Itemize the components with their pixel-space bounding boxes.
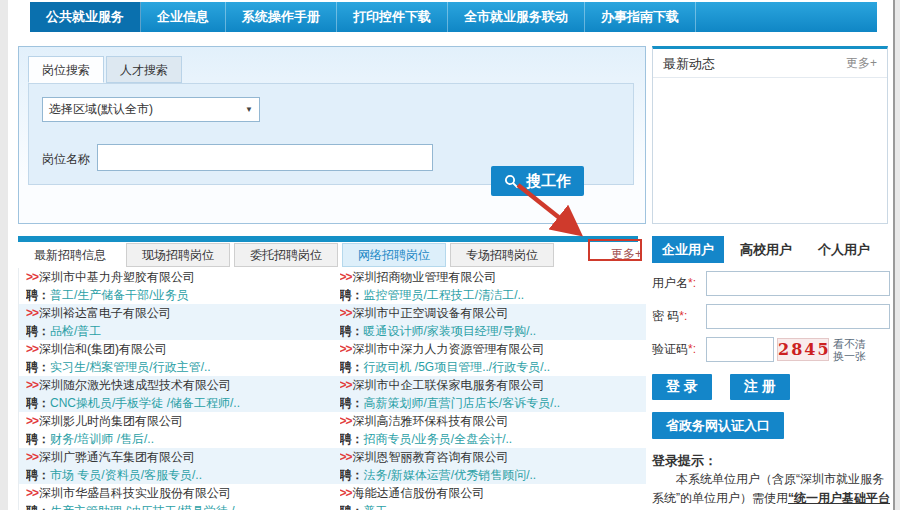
gov-network-auth-button[interactable]: 省政务网认证入口 [652, 412, 784, 439]
password-input[interactable] [706, 304, 890, 329]
arrow-prefix: >> [26, 486, 38, 500]
hire-label: 聘： [340, 324, 364, 338]
chevron-down-icon: ▼ [245, 98, 253, 121]
job-links[interactable]: 实习生/档案管理员/行政主管/.. [50, 360, 211, 374]
job-links[interactable]: 招商专员/业务员/全盘会计/.. [364, 432, 513, 446]
job-links[interactable]: 财务/培训师 /售后/.. [50, 432, 154, 446]
nav-public-employment[interactable]: 公共就业服务 [30, 2, 141, 32]
tab-personal-user[interactable]: 个人用户 [808, 236, 880, 263]
arrow-prefix: >> [26, 342, 38, 356]
tab-latest-recruit-info[interactable]: 最新招聘信息 [18, 243, 122, 267]
latest-news-panel: 最新动态 更多+ [652, 46, 888, 224]
tab-special-recruit[interactable]: 专场招聘岗位 [450, 243, 554, 267]
refresh-captcha-link[interactable]: 看不清换一张 [833, 338, 866, 362]
nav-guide-download[interactable]: 办事指南下载 [585, 2, 696, 32]
list-item: >>深圳随尔激光快速成型技术有限公司 聘：CNC操机员/手板学徒 /储备工程师/… [19, 376, 333, 412]
job-links[interactable]: 暖通设计师/家装项目经理/导购/.. [364, 324, 537, 338]
password-label: 密 码*: [652, 308, 706, 325]
list-item: >>海能达通信股份有限公司 聘：普工 [333, 484, 647, 510]
list-item: >>深圳高洁雅环保科技有限公司 聘：招商专员/业务员/全盘会计/.. [333, 412, 647, 448]
nav-city-employment-linkage[interactable]: 全市就业服务联动 [448, 2, 585, 32]
company-link[interactable]: 深圳市华盛昌科技实业股份有限公司 [39, 486, 231, 500]
company-link[interactable]: 深圳恩智丽教育咨询有限公司 [353, 450, 509, 464]
region-select[interactable]: 选择区域(默认全市) ▼ [42, 97, 260, 122]
news-title: 最新动态 [663, 49, 715, 77]
company-link[interactable]: 深圳市中企工联保家电服务有限公司 [353, 378, 545, 392]
list-item: >>深圳裕达富电子有限公司 聘：品检/普工 [19, 304, 333, 340]
region-select-value: 选择区域(默认全市) [49, 98, 153, 121]
list-item: >>深圳市华盛昌科技实业股份有限公司 聘：生产主管助理 /冲压技工/模具学徒 / [19, 484, 333, 510]
list-item: >>深圳市中基力舟塑胶有限公司 聘：普工/生产储备干部/业务员 [19, 268, 333, 304]
company-link[interactable]: 深圳高洁雅环保科技有限公司 [353, 414, 509, 428]
job-links[interactable]: 生产主管助理 /冲压技工/模具学徒 / [50, 504, 235, 510]
hire-label: 聘： [26, 288, 50, 302]
tab-talent-search[interactable]: 人才搜索 [106, 56, 182, 83]
username-label: 用户名*: [652, 275, 706, 292]
company-link[interactable]: 深圳裕达富电子有限公司 [39, 306, 171, 320]
captcha-image[interactable]: 2845 [777, 338, 829, 361]
tab-college-user[interactable]: 高校用户 [730, 236, 802, 263]
arrow-prefix: >> [340, 306, 352, 320]
hire-label: 聘： [340, 396, 364, 410]
job-links[interactable]: 行政司机 /5G项目管理../行政专员/.. [364, 360, 551, 374]
job-links[interactable]: 监控管理员/工程技工/清洁工/.. [364, 288, 525, 302]
login-tabs: 企业用户 高校用户 个人用户 [652, 236, 890, 263]
news-header: 最新动态 更多+ [653, 49, 887, 78]
nav-enterprise-info[interactable]: 企业信息 [141, 2, 226, 32]
job-links[interactable]: 普工/生产储备干部/业务员 [50, 288, 189, 302]
company-link[interactable]: 海能达通信股份有限公司 [353, 486, 485, 500]
recruit-more-link[interactable]: 更多+ [611, 246, 642, 263]
list-item: >>深圳市中正空调设备有限公司 聘：暖通设计师/家装项目经理/导购/.. [333, 304, 647, 340]
tab-job-search[interactable]: 岗位搜索 [28, 56, 104, 83]
company-link[interactable]: 深圳随尔激光快速成型技术有限公司 [39, 378, 231, 392]
login-panel: 企业用户 高校用户 个人用户 用户名*: 密 码*: 验证码*: 2845 看不… [652, 236, 890, 510]
page: 公共就业服务 企业信息 系统操作手册 打印控件下载 全市就业服务联动 办事指南下… [8, 0, 895, 510]
search-icon [504, 174, 519, 189]
section-divider [18, 236, 638, 242]
company-link[interactable]: 深圳广骅通汽车集团有限公司 [39, 450, 195, 464]
job-links[interactable]: 品检/普工 [50, 324, 101, 338]
login-hint-paragraph: 本系统单位用户（含原“深圳市就业服务系统”的单位用户）需使用“统一用户基础平台系… [652, 470, 890, 510]
job-links[interactable]: 高薪策划师/直营门店店长/客诉专员/.. [364, 396, 561, 410]
nav-system-manual[interactable]: 系统操作手册 [226, 2, 337, 32]
listings-left-column: >>深圳市中基力舟塑胶有限公司 聘：普工/生产储备干部/业务员 >>深圳裕达富电… [19, 268, 333, 510]
news-more-link[interactable]: 更多+ [846, 49, 877, 77]
captcha-input[interactable] [706, 337, 774, 362]
job-links[interactable]: 市场 专员/资料员/客服专员/.. [50, 468, 202, 482]
top-nav: 公共就业服务 企业信息 系统操作手册 打印控件下载 全市就业服务联动 办事指南下… [30, 2, 877, 32]
register-button[interactable]: 注 册 [730, 374, 790, 400]
arrow-prefix: >> [340, 450, 352, 464]
hire-label: 聘： [340, 288, 364, 302]
company-link[interactable]: 深圳信和(集团)有限公司 [39, 342, 167, 356]
search-job-button[interactable]: 搜工作 [491, 166, 584, 196]
company-link[interactable]: 深圳影儿时尚集团有限公司 [39, 414, 183, 428]
hire-label: 聘： [26, 360, 50, 374]
hire-label: 聘： [340, 360, 364, 374]
job-name-input[interactable] [97, 144, 433, 171]
job-links[interactable]: 法务/新媒体运营/优秀销售顾问/.. [364, 468, 537, 482]
company-link[interactable]: 深圳招商物业管理有限公司 [353, 270, 497, 284]
company-link[interactable]: 深圳市中基力舟塑胶有限公司 [39, 270, 195, 284]
search-form: 选择区域(默认全市) ▼ 岗位名称 搜工作 [28, 83, 634, 185]
arrow-prefix: >> [26, 414, 38, 428]
tab-enterprise-user[interactable]: 企业用户 [652, 236, 724, 263]
captcha-label: 验证码*: [652, 341, 706, 358]
tab-onsite-recruit[interactable]: 现场招聘岗位 [126, 243, 230, 267]
list-item: >>深圳市中深力人力资源管理有限公司 聘：行政司机 /5G项目管理../行政专员… [333, 340, 647, 376]
tab-entrusted-recruit[interactable]: 委托招聘岗位 [234, 243, 338, 267]
tab-online-recruit[interactable]: 网络招聘岗位 [342, 243, 446, 267]
username-input[interactable] [706, 271, 890, 296]
hire-label: 聘： [340, 504, 364, 510]
arrow-prefix: >> [340, 342, 352, 356]
job-links[interactable]: CNC操机员/手板学徒 /储备工程师/.. [50, 396, 240, 410]
company-link[interactable]: 深圳市中深力人力资源管理有限公司 [353, 342, 545, 356]
nav-print-control-download[interactable]: 打印控件下载 [337, 2, 448, 32]
company-link[interactable]: 深圳市中正空调设备有限公司 [353, 306, 509, 320]
job-links[interactable]: 普工 [364, 504, 388, 510]
hire-label: 聘： [340, 432, 364, 446]
login-hint-title: 登录提示： [652, 451, 890, 470]
arrow-prefix: >> [26, 450, 38, 464]
list-item: >>深圳影儿时尚集团有限公司 聘：财务/培训师 /售后/.. [19, 412, 333, 448]
login-button[interactable]: 登 录 [652, 374, 712, 400]
login-hint: 登录提示： 本系统单位用户（含原“深圳市就业服务系统”的单位用户）需使用“统一用… [652, 451, 890, 510]
